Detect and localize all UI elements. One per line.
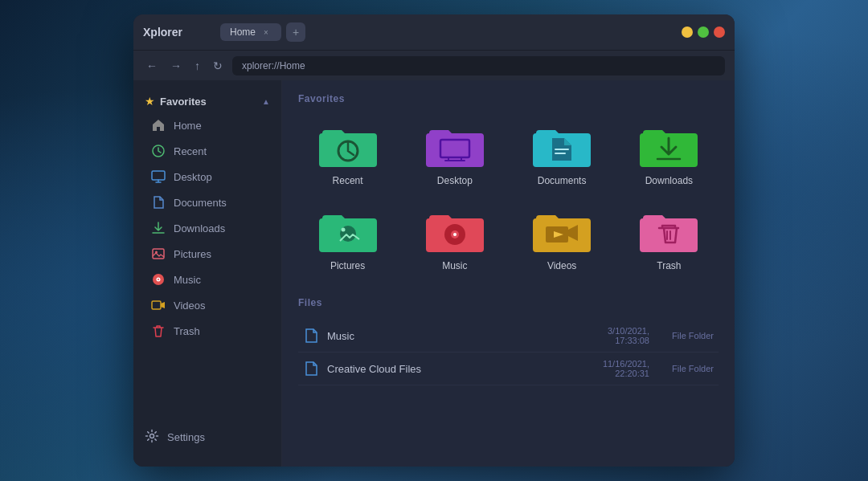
file-date-music: 3/10/2021,17:33:08 (577, 326, 649, 345)
folder-recent-icon (319, 122, 377, 170)
svg-rect-7 (152, 301, 161, 309)
sidebar-item-home-label: Home (174, 120, 202, 132)
svg-point-6 (158, 279, 159, 280)
folder-music-label: Music (442, 260, 467, 271)
file-name-music: Music (327, 330, 569, 342)
file-type-music: File Folder (657, 331, 714, 340)
svg-point-8 (150, 434, 154, 438)
file-icon-music (303, 328, 319, 344)
sidebar-group-header[interactable]: ★ Favorites ▲ (133, 90, 281, 112)
sidebar-item-downloads[interactable]: Downloads (133, 215, 281, 241)
forward-button[interactable]: → (167, 57, 185, 75)
window-controls (682, 26, 725, 38)
address-input[interactable] (232, 56, 725, 75)
home-icon (151, 118, 166, 132)
file-icon-creative-cloud (303, 361, 319, 377)
folder-desktop-label: Desktop (437, 175, 473, 186)
favorites-section-label: Favorites (298, 93, 719, 104)
folder-pictures[interactable]: Pictures (298, 201, 397, 278)
settings-button[interactable]: Settings (145, 424, 270, 450)
address-bar: ← → ↑ ↻ (133, 50, 735, 80)
sidebar-item-home[interactable]: Home (133, 112, 281, 138)
documents-icon (151, 195, 166, 210)
refresh-button[interactable]: ↻ (210, 57, 226, 75)
file-row-music[interactable]: Music 3/10/2021,17:33:08 File Folder (298, 320, 719, 353)
settings-icon (145, 429, 159, 446)
app-title: Xplorer (143, 26, 207, 39)
sidebar-item-pictures-label: Pictures (174, 248, 211, 260)
folder-documents-label: Documents (538, 175, 587, 186)
file-date-creative-cloud: 11/16/2021,22:20:31 (577, 359, 649, 378)
folder-trash[interactable]: Trash (620, 201, 719, 278)
svg-point-15 (453, 233, 457, 236)
music-icon (151, 272, 166, 287)
sidebar-item-documents-label: Documents (174, 197, 227, 209)
sidebar-item-trash-label: Trash (174, 325, 200, 337)
minimize-button[interactable] (682, 26, 693, 38)
sidebar-bottom: Settings (133, 418, 281, 457)
sidebar-item-documents[interactable]: Documents (133, 190, 281, 215)
files-section: Files Music 3/10/2021,17:33:08 File Fold… (298, 297, 719, 385)
sidebar-item-desktop[interactable]: Desktop (133, 164, 281, 190)
sidebar-item-pictures[interactable]: Pictures (133, 241, 281, 267)
sidebar-item-music[interactable]: Music (133, 267, 281, 292)
pictures-icon (151, 247, 166, 261)
maximize-button[interactable] (698, 26, 709, 38)
up-button[interactable]: ↑ (191, 57, 203, 75)
videos-icon (151, 298, 166, 312)
file-row-creative-cloud[interactable]: Creative Cloud Files 11/16/2021,22:20:31… (298, 353, 719, 385)
tab-label: Home (230, 26, 256, 38)
folder-recent-label: Recent (333, 175, 363, 186)
folder-documents-icon (533, 122, 591, 170)
tab-bar: Home × + (220, 22, 675, 42)
trash-icon (151, 324, 166, 338)
file-name-creative-cloud: Creative Cloud Files (327, 363, 569, 375)
sidebar-arrow-icon: ▲ (262, 97, 270, 106)
close-button[interactable] (714, 26, 725, 38)
folder-pictures-label: Pictures (330, 260, 365, 271)
sidebar: ★ Favorites ▲ Home Recent (133, 80, 282, 467)
folder-trash-label: Trash (657, 260, 681, 271)
app-window: Xplorer Home × + ← → ↑ ↻ ★ Favorites (133, 14, 735, 467)
main-panel: Favorites Recent (282, 80, 735, 467)
sidebar-item-trash[interactable]: Trash (133, 318, 281, 344)
folder-trash-icon (640, 207, 698, 255)
downloads-icon (151, 221, 166, 235)
folder-pictures-icon (319, 207, 377, 255)
folder-recent[interactable]: Recent (298, 116, 397, 193)
svg-rect-2 (153, 249, 164, 259)
files-section-label: Files (298, 297, 719, 308)
sidebar-item-downloads-label: Downloads (174, 222, 225, 234)
folder-videos[interactable]: Videos (513, 201, 612, 278)
folder-music[interactable]: Music (405, 201, 504, 278)
folder-videos-label: Videos (547, 260, 576, 271)
sidebar-favorites-section: ★ Favorites ▲ Home Recent (133, 90, 281, 418)
sidebar-group-label: Favorites (160, 96, 262, 108)
folder-documents[interactable]: Documents (513, 116, 612, 193)
folder-desktop-icon (426, 122, 484, 170)
desktop-icon (151, 169, 166, 184)
svg-point-12 (341, 228, 345, 232)
sidebar-item-recent[interactable]: Recent (133, 138, 281, 164)
new-tab-button[interactable]: + (286, 22, 305, 42)
sidebar-item-music-label: Music (174, 274, 201, 286)
sidebar-item-recent-label: Recent (174, 145, 207, 157)
folder-desktop[interactable]: Desktop (405, 116, 504, 193)
titlebar: Xplorer Home × + (133, 14, 735, 50)
tab-close-button[interactable]: × (260, 26, 272, 38)
recent-icon (151, 144, 166, 158)
sidebar-item-videos-label: Videos (174, 300, 206, 312)
folder-music-icon (426, 207, 484, 255)
active-tab[interactable]: Home × (220, 23, 281, 41)
star-icon: ★ (145, 95, 155, 108)
file-type-creative-cloud: File Folder (657, 364, 714, 373)
main-content: ★ Favorites ▲ Home Recent (133, 80, 735, 467)
sidebar-item-videos[interactable]: Videos (133, 292, 281, 318)
folder-downloads-icon (640, 122, 698, 170)
svg-rect-1 (152, 171, 165, 180)
sidebar-item-desktop-label: Desktop (174, 171, 212, 183)
folder-videos-icon (533, 207, 591, 255)
folder-downloads[interactable]: Downloads (620, 116, 719, 193)
settings-label: Settings (167, 431, 205, 443)
back-button[interactable]: ← (143, 57, 161, 75)
